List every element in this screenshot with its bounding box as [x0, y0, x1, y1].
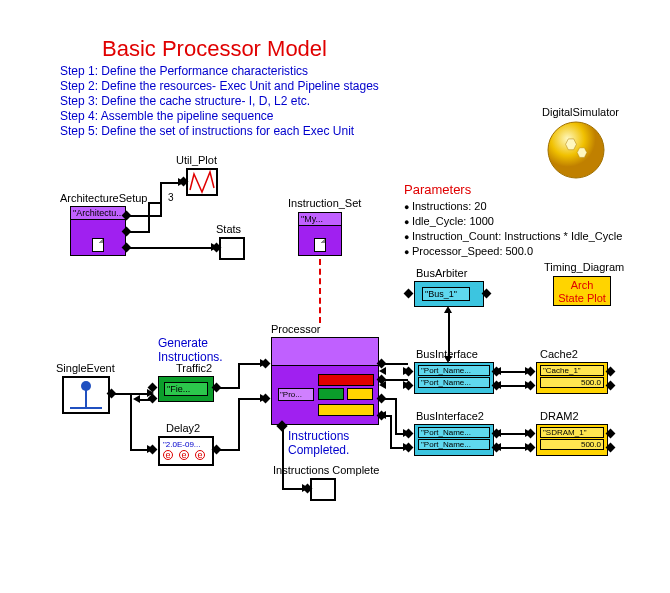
dram2-line2: 500.0 [540, 439, 604, 450]
svg-point-2 [81, 381, 91, 391]
util-plot-label: Util_Plot [176, 154, 217, 166]
param-2: Idle_Cycle: 1000 [404, 215, 494, 227]
document-icon [92, 238, 104, 252]
instr-complete-block[interactable] [310, 478, 336, 501]
bus-interface2-label: BusInterface2 [416, 410, 484, 422]
proc-green-bar [318, 388, 344, 400]
bus-arbiter-label: BusArbiter [416, 267, 467, 279]
cache2-line1: "Cache_1" [540, 365, 604, 376]
digital-simulator-label: DigitalSimulator [542, 106, 619, 118]
arch-setup-label: ArchitectureSetup [60, 192, 147, 204]
instruction-set-label: Instruction_Set [288, 197, 361, 209]
single-event-label: SingleEvent [56, 362, 115, 374]
instruction-set-inner: "My... [299, 213, 341, 226]
stats-label: Stats [216, 223, 241, 235]
generate-header1: Generate [158, 336, 208, 350]
delay-e-icon: e [195, 450, 205, 460]
step-4: Step 4: Assemble the pipeline sequence [60, 109, 273, 123]
dram2-block[interactable]: "SDRAM_1" 500.0 [536, 424, 608, 456]
traffic2-label: Traffic2 [176, 362, 212, 374]
delay-e-icon: e [163, 450, 173, 460]
param-1: Instructions: 20 [404, 200, 487, 212]
bus-interface-line1: "Port_Name... [418, 365, 490, 376]
bus-interface2-line2: "Port_Name... [418, 439, 490, 450]
port-icon [404, 289, 414, 299]
delay2-inner: "2.0E-09... [163, 440, 209, 449]
step-2: Step 2: Define the resources- Exec Unit … [60, 79, 379, 93]
traffic2-block[interactable]: "Fie... [158, 376, 214, 402]
traffic2-inner: "Fie... [164, 382, 208, 396]
bus-interface-block[interactable]: "Port_Name... "Port_Name... [414, 362, 494, 394]
proc-yellow-bar [347, 388, 373, 400]
proc-yellow-bar2 [318, 404, 374, 416]
param-3: Instruction_Count: Instructions * Idle_C… [404, 230, 622, 242]
cache2-label: Cache2 [540, 348, 578, 360]
svg-point-0 [548, 122, 604, 178]
util-plot-block[interactable] [186, 168, 218, 196]
document-icon [314, 238, 326, 252]
single-event-block[interactable] [62, 376, 110, 414]
timing-diagram-line2: State Plot [558, 292, 606, 304]
proc-red-bar [318, 374, 374, 386]
digital-simulator-icon [546, 120, 606, 182]
instr-complete-label: Instructions Complete [273, 464, 379, 476]
arch-setup-block[interactable]: "Architectu... [70, 206, 126, 256]
instr-completed-header2: Completed. [288, 443, 349, 457]
parameters-header: Parameters [404, 182, 471, 197]
bus-interface-line2: "Port_Name... [418, 377, 490, 388]
bus-arbiter-block[interactable]: "Bus_1" [414, 281, 484, 307]
step-5: Step 5: Define the set of instructions f… [60, 124, 354, 138]
delay2-block[interactable]: "2.0E-09... e e e [158, 436, 214, 466]
processor-block[interactable]: "Pro... [271, 337, 379, 425]
processor-label: Processor [271, 323, 321, 335]
bus-interface2-block[interactable]: "Port_Name... "Port_Name... [414, 424, 494, 456]
cache2-block[interactable]: "Cache_1" 500.0 [536, 362, 608, 394]
processor-inner-title [272, 338, 378, 366]
delay-e-icon: e [179, 450, 189, 460]
bus-interface2-line1: "Port_Name... [418, 427, 490, 438]
timing-diagram-block[interactable]: Arch State Plot [553, 276, 611, 306]
dram2-label: DRAM2 [540, 410, 579, 422]
instr-completed-header1: Instructions [288, 429, 349, 443]
bus-arbiter-inner: "Bus_1" [422, 287, 470, 301]
wire-dashed [319, 259, 321, 323]
instruction-set-block[interactable]: "My... [298, 212, 342, 256]
step-1: Step 1: Define the Performance character… [60, 64, 308, 78]
stats-block[interactable] [219, 237, 245, 260]
timing-diagram-label: Timing_Diagram [544, 261, 624, 273]
title: Basic Processor Model [102, 36, 327, 62]
timing-diagram-line1: Arch [571, 279, 594, 291]
processor-inner: "Pro... [278, 388, 314, 401]
cache2-line2: 500.0 [540, 377, 604, 388]
delay2-label: Delay2 [166, 422, 200, 434]
param-4: Processor_Speed: 500.0 [404, 245, 533, 257]
port-count: 3 [168, 192, 174, 203]
arch-setup-inner: "Architectu... [71, 207, 125, 220]
dram2-line1: "SDRAM_1" [540, 427, 604, 438]
step-3: Step 3: Define the cache structure- I, D… [60, 94, 310, 108]
